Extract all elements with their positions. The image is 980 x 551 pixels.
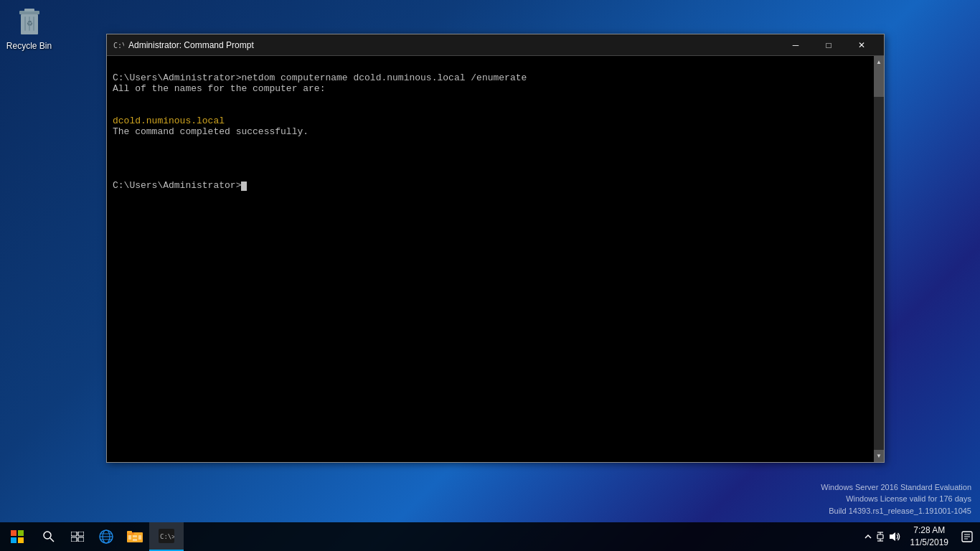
cmd-titlebar: C:\ Administrator: Command Prompt ─ □ ✕ [107,34,884,56]
watermark-line2: Windows License valid for 176 days [821,493,971,505]
system-tray[interactable] [860,522,905,551]
svg-rect-5 [33,17,34,31]
recycle-bin-svg: ♻ [15,6,44,38]
volume-icon[interactable] [889,532,900,542]
watermark-line3: Build 14393.rs1_release_1.191001-1045 [821,505,971,517]
cmd-line-2: All of the names for the computer are: [113,83,325,94]
ie-button[interactable] [92,522,121,551]
taskbar-clock[interactable]: 7:28 AM 11/5/2019 [905,522,954,551]
svg-text:C:\>_: C:\>_ [160,533,174,540]
scrollbar-track[interactable] [874,68,884,450]
explorer-button[interactable] [121,522,149,551]
svg-rect-16 [78,532,84,536]
watermark-line1: Windows Server 2016 Standard Evaluation [821,481,971,494]
search-icon [43,531,55,542]
network-icon[interactable] [875,532,886,542]
cmd-taskbar-icon: C:\>_ [159,529,174,543]
tray-expand-icon[interactable] [864,533,872,540]
clock-date: 11/5/2019 [910,537,948,549]
svg-point-13 [44,532,51,539]
cmd-scrollbar: ▲ ▼ [874,56,884,462]
cmd-cursor [241,182,247,191]
minimize-button[interactable]: ─ [779,34,812,56]
svg-rect-1 [24,9,34,11]
window-controls: ─ □ ✕ [779,34,878,56]
cmd-line-4: dcold.numinous.local [113,116,225,126]
svg-rect-27 [128,535,131,540]
svg-rect-33 [877,534,883,539]
scrollbar-up-button[interactable]: ▲ [874,56,884,68]
cmd-window: C:\ Administrator: Command Prompt ─ □ ✕ … [106,34,885,463]
ie-icon [98,529,114,545]
svg-rect-29 [133,539,137,541]
task-view-icon [71,532,84,542]
scrollbar-thumb[interactable] [874,68,884,97]
start-button[interactable] [0,522,34,551]
close-button[interactable]: ✕ [845,34,878,56]
svg-rect-10 [18,530,24,536]
notification-icon [961,531,973,542]
cmd-line-1: C:\Users\Administrator>netdom computerna… [113,72,527,83]
svg-rect-17 [71,537,77,542]
desktop: ♻ Recycle Bin C:\ Administrator: Command… [0,0,980,551]
svg-rect-18 [78,537,84,542]
cmd-title-icon: C:\ [113,39,124,51]
windows-icon [11,530,24,543]
task-view-button[interactable] [63,522,92,551]
notification-button[interactable] [954,522,980,551]
svg-rect-28 [133,535,137,537]
scrollbar-down-button[interactable]: ▼ [874,450,884,462]
svg-rect-15 [71,532,77,536]
taskbar: C:\>_ [0,522,980,551]
svg-rect-11 [11,537,17,543]
watermark: Windows Server 2016 Standard Evaluation … [821,481,971,517]
clock-time: 7:28 AM [913,524,945,537]
cmd-taskbar-button[interactable]: C:\>_ [149,522,184,551]
svg-rect-9 [11,530,17,536]
svg-rect-30 [138,535,141,540]
cmd-line-5: The command completed successfully. [113,126,308,137]
recycle-bin-icon[interactable]: ♻ Recycle Bin [2,4,56,54]
svg-text:C:\: C:\ [113,42,124,50]
svg-marker-38 [890,532,895,541]
restore-button[interactable]: □ [812,34,845,56]
cmd-body: C:\Users\Administrator>netdom computerna… [107,56,884,462]
recycle-bin-label: Recycle Bin [6,41,52,51]
cmd-content[interactable]: C:\Users\Administrator>netdom computerna… [107,56,874,462]
svg-rect-12 [18,537,24,543]
cmd-title-text: Administrator: Command Prompt [128,40,779,50]
cmd-prompt-line: C:\Users\Administrator> [113,180,247,191]
svg-line-14 [50,538,54,542]
svg-rect-26 [127,531,132,534]
explorer-icon [127,529,143,544]
search-button[interactable] [34,522,63,551]
svg-text:♻: ♻ [26,19,32,27]
